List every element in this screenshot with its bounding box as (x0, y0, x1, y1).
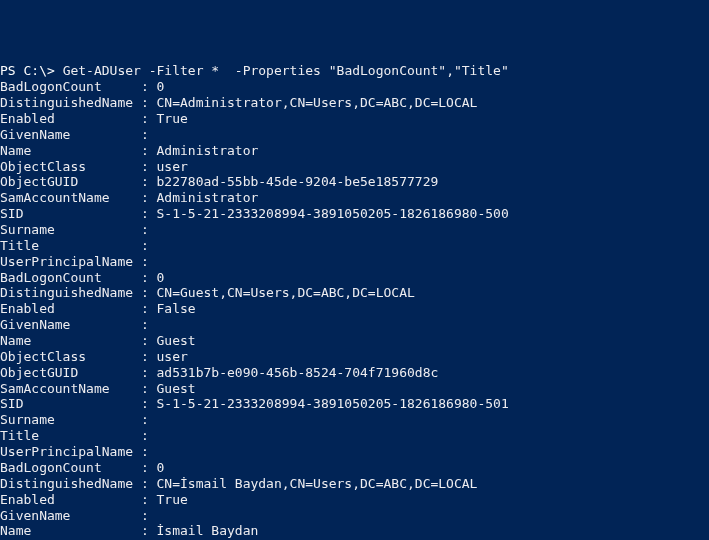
output-line: Enabled : True (0, 111, 709, 127)
output-line: SamAccountName : Administrator (0, 190, 709, 206)
output-line: DistinguishedName : CN=İsmail Baydan,CN=… (0, 476, 709, 492)
output-line: Enabled : True (0, 492, 709, 508)
output-line: GivenName : (0, 127, 709, 143)
output-line: UserPrincipalName : (0, 444, 709, 460)
output-line: Name : İsmail Baydan (0, 523, 709, 539)
output-line: SamAccountName : Guest (0, 381, 709, 397)
output-line: Name : Administrator (0, 143, 709, 159)
output-line: ObjectClass : user (0, 349, 709, 365)
output-line: GivenName : (0, 317, 709, 333)
command-text: Get-ADUser -Filter * -Properties "BadLog… (63, 63, 509, 78)
prompt: PS C:\> (0, 63, 63, 78)
output-line: SID : S-1-5-21-2333208994-3891050205-182… (0, 206, 709, 222)
output-line: DistinguishedName : CN=Administrator,CN=… (0, 95, 709, 111)
output-line: Enabled : False (0, 301, 709, 317)
output-line: BadLogonCount : 0 (0, 460, 709, 476)
output-line: Title : (0, 238, 709, 254)
output-area: BadLogonCount : 0DistinguishedName : CN=… (0, 79, 709, 540)
output-line: BadLogonCount : 0 (0, 270, 709, 286)
powershell-terminal[interactable]: PS C:\> Get-ADUser -Filter * -Properties… (0, 63, 709, 540)
output-line: DistinguishedName : CN=Guest,CN=Users,DC… (0, 285, 709, 301)
output-line: ObjectGUID : ad531b7b-e090-456b-8524-704… (0, 365, 709, 381)
output-line: GivenName : (0, 508, 709, 524)
output-line: Title : (0, 428, 709, 444)
output-line: ObjectClass : user (0, 159, 709, 175)
output-line: ObjectGUID : b22780ad-55bb-45de-9204-be5… (0, 174, 709, 190)
output-line: SID : S-1-5-21-2333208994-3891050205-182… (0, 396, 709, 412)
output-line: BadLogonCount : 0 (0, 79, 709, 95)
output-line: Name : Guest (0, 333, 709, 349)
output-line: Surname : (0, 412, 709, 428)
output-line: UserPrincipalName : (0, 254, 709, 270)
command-line: PS C:\> Get-ADUser -Filter * -Properties… (0, 63, 509, 78)
output-line: Surname : (0, 222, 709, 238)
